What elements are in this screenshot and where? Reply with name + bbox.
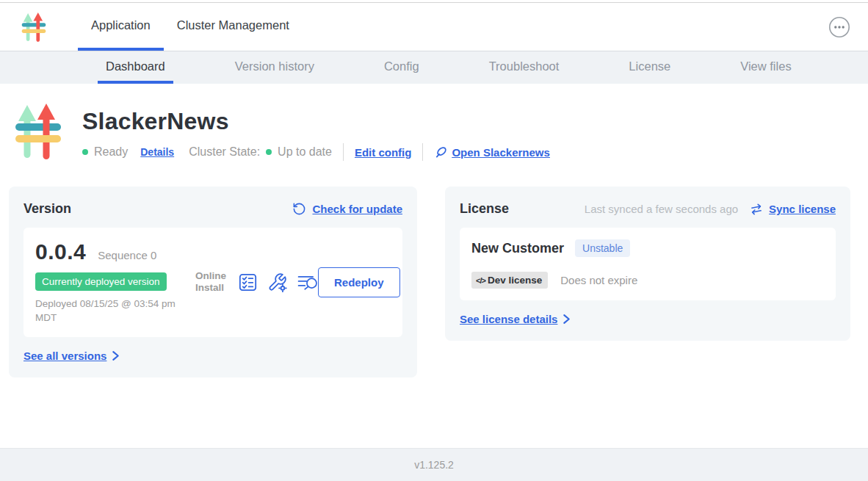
overflow-menu-button[interactable] xyxy=(828,16,850,38)
preflight-checks-icon[interactable] xyxy=(238,272,258,292)
customer-name: New Customer xyxy=(471,241,564,256)
channel-badge: Unstable xyxy=(575,239,630,257)
cluster-state-label: Cluster State: xyxy=(189,145,260,159)
dashboard-cards: Version Check for update 0.0.4 Seque xyxy=(9,187,859,377)
sync-license-label: Sync license xyxy=(769,203,836,215)
app-logo-icon xyxy=(21,12,47,43)
chevron-right-icon xyxy=(563,314,571,325)
license-expiration: Does not expire xyxy=(560,274,637,286)
subnav-version-history-label: Version history xyxy=(235,59,314,73)
console-version: v1.125.2 xyxy=(414,459,454,471)
license-panel: New Customer Unstable </> Dev license Do… xyxy=(460,228,836,300)
subnav-version-history[interactable]: Version history xyxy=(227,51,322,84)
tab-application-label: Application xyxy=(91,18,151,32)
view-diff-icon[interactable] xyxy=(297,272,318,292)
external-link-icon xyxy=(434,145,448,159)
subnav-dashboard[interactable]: Dashboard xyxy=(98,51,173,84)
subnav-config-label: Config xyxy=(384,59,419,73)
subnav-dashboard-label: Dashboard xyxy=(106,59,165,73)
edit-config-link[interactable]: Edit config xyxy=(355,146,412,159)
subnav-config[interactable]: Config xyxy=(376,51,427,84)
subnav-license-label: License xyxy=(629,59,670,73)
status-divider xyxy=(343,143,344,161)
open-app-link[interactable]: Open Slackernews xyxy=(434,145,549,159)
subnav-license[interactable]: License xyxy=(621,51,679,84)
version-number: 0.0.4 xyxy=(35,239,86,264)
footer: v1.125.2 xyxy=(0,448,868,481)
license-type-label: Dev license xyxy=(488,275,542,286)
tab-application[interactable]: Application xyxy=(78,3,164,51)
install-type-label: Online Install xyxy=(195,270,232,294)
deployed-status-badge: Currently deployed version xyxy=(35,272,167,291)
license-card-title: License xyxy=(460,201,509,217)
primary-tabs: Application Cluster Management xyxy=(78,3,303,51)
check-for-update-link[interactable]: Check for update xyxy=(292,202,402,216)
cluster-state-dot-icon xyxy=(266,149,272,155)
app-status-text: Ready xyxy=(94,145,128,159)
app-status-dot-icon xyxy=(82,149,88,155)
slackernews-logo-icon xyxy=(13,102,63,161)
see-all-versions-label: See all versions xyxy=(23,350,106,362)
version-card-title: Version xyxy=(23,201,71,217)
app-header: Application Cluster Management xyxy=(0,3,868,51)
check-for-update-label: Check for update xyxy=(312,203,402,215)
subnav-view-files-label: View files xyxy=(740,59,791,73)
status-divider xyxy=(422,143,423,161)
version-sequence: Sequence 0 xyxy=(98,249,156,261)
chevron-right-icon xyxy=(112,350,120,361)
code-icon: </> xyxy=(476,276,485,285)
deployed-timestamp: Deployed 08/15/25 @ 03:54 pm MDT xyxy=(35,297,186,325)
cluster-state-text: Up to date xyxy=(278,145,332,159)
tab-cluster-management-label: Cluster Management xyxy=(177,18,289,32)
tab-cluster-management[interactable]: Cluster Management xyxy=(164,3,303,51)
status-row: Ready Details Cluster State: Up to date … xyxy=(82,143,550,161)
last-synced-text: Last synced a few seconds ago xyxy=(585,203,738,215)
refresh-icon xyxy=(292,202,306,216)
subnav-view-files[interactable]: View files xyxy=(732,51,799,84)
sync-arrows-icon xyxy=(750,203,763,216)
ellipsis-icon xyxy=(828,16,850,38)
page-title: SlackerNews xyxy=(82,108,550,135)
license-type-badge: </> Dev license xyxy=(471,272,548,289)
license-card: License Last synced a few seconds ago xyxy=(445,187,850,341)
subnav-troubleshoot[interactable]: Troubleshoot xyxy=(481,51,568,84)
open-app-label: Open Slackernews xyxy=(452,146,549,159)
subnav-troubleshoot-label: Troubleshoot xyxy=(489,59,560,73)
version-card: Version Check for update 0.0.4 Seque xyxy=(9,187,417,377)
app-subnav: Dashboard Version history Config Trouble… xyxy=(0,51,868,84)
see-license-details-link[interactable]: See license details xyxy=(460,313,571,325)
see-license-details-label: See license details xyxy=(460,313,557,325)
redeploy-button[interactable]: Redeploy xyxy=(318,267,400,297)
see-all-versions-link[interactable]: See all versions xyxy=(23,350,120,362)
details-link[interactable]: Details xyxy=(140,146,174,158)
dashboard-main: SlackerNews Ready Details Cluster State:… xyxy=(0,84,868,448)
sync-license-link[interactable]: Sync license xyxy=(750,203,836,216)
app-hero: SlackerNews Ready Details Cluster State:… xyxy=(0,84,868,161)
config-wrench-icon[interactable] xyxy=(267,272,287,292)
current-version-panel: 0.0.4 Sequence 0 Currently deployed vers… xyxy=(23,228,402,337)
